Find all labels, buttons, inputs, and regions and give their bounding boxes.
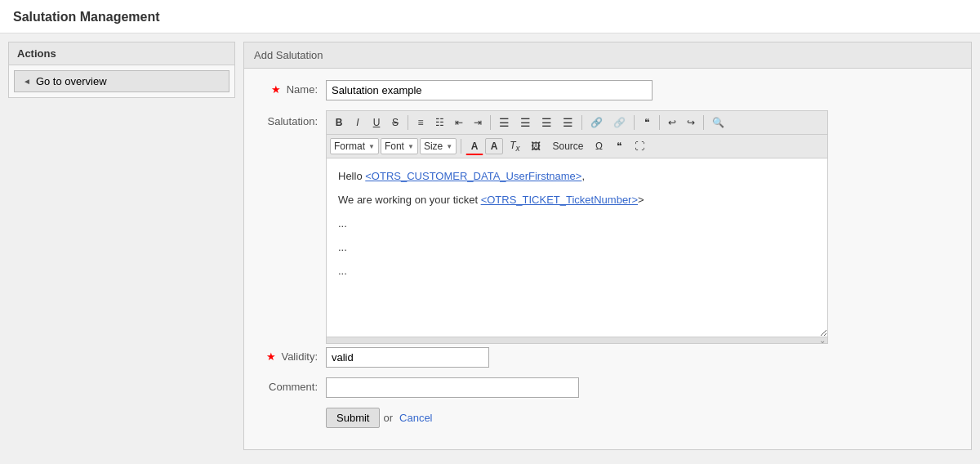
fullscreen-button[interactable]: ⛶ [630, 138, 649, 154]
editor-toolbar-row1: B I U S ≡ ☷ ⇤ ⇥ ☰ ☰ ☰ ☰ [326, 110, 828, 134]
indent-button[interactable]: ⇥ [469, 114, 487, 131]
undo-button[interactable]: ↩ [663, 114, 681, 131]
format-dropdown[interactable]: Format ▼ [330, 138, 379, 154]
bg-color-button[interactable]: A [485, 138, 503, 154]
submit-button[interactable]: Submit [326, 408, 380, 428]
separator-r2-1 [461, 139, 461, 154]
link-button[interactable]: 🔗 [586, 114, 608, 131]
or-text: or [383, 412, 393, 424]
validity-label: ★ Validity: [261, 347, 326, 363]
name-row: ★ Name: [261, 80, 955, 100]
validity-input[interactable] [326, 347, 489, 368]
font-color-button[interactable]: A [466, 138, 483, 155]
find-button[interactable]: 🔍 [707, 114, 729, 131]
required-star: ★ [271, 83, 281, 96]
validity-row: ★ Validity: [261, 347, 955, 368]
blockquote-button[interactable]: ❝ [638, 114, 656, 131]
ordered-list-button[interactable]: ≡ [412, 114, 430, 131]
font-arrow-icon: ▼ [408, 143, 414, 150]
format-label: Format [334, 141, 365, 152]
size-dropdown[interactable]: Size ▼ [420, 138, 457, 154]
unlink-button[interactable]: 🔗 [608, 114, 630, 131]
font-dropdown[interactable]: Font ▼ [381, 138, 418, 154]
separator-2 [490, 115, 491, 130]
tag-customer-firstname: <OTRS_CUSTOMER_DATA_UserFirstname> [365, 170, 581, 182]
strikethrough-button[interactable]: S [386, 114, 404, 131]
validity-required-star: ★ [266, 350, 276, 363]
salutation-row: Salutation: B I U S ≡ ☷ ⇤ ⇥ ☰ [261, 110, 955, 344]
sidebar: Actions ◄ Go to overview [8, 42, 235, 450]
page-title: Salutation Management [0, 0, 980, 33]
editor-body[interactable]: Hello <OTRS_CUSTOMER_DATA_UserFirstname>… [326, 158, 828, 337]
comment-label: Comment: [261, 377, 326, 393]
omega-button[interactable]: Ω [590, 138, 608, 154]
resize-dots-icon: ⌄ [819, 336, 826, 345]
source-button[interactable]: Source [547, 138, 588, 154]
comment-input[interactable] [326, 377, 579, 398]
separator-4 [634, 115, 635, 130]
unordered-list-button[interactable]: ☷ [430, 114, 449, 131]
separator-3 [581, 115, 582, 130]
sidebar-actions-body: ◄ Go to overview [8, 65, 235, 98]
size-arrow-icon: ▼ [446, 143, 452, 150]
quote-button[interactable]: ❝ [610, 138, 628, 154]
font-label: Font [385, 141, 404, 152]
name-input[interactable] [326, 80, 653, 100]
arrow-icon: ◄ [23, 77, 31, 86]
image-button[interactable]: 🖼 [526, 138, 546, 154]
content-panel: Add Salutation ★ Name: Salutation: B I [243, 42, 972, 450]
align-left-button[interactable]: ☰ [494, 114, 514, 132]
editor-toolbar-row2: Format ▼ Font ▼ Size ▼ A A [326, 134, 828, 158]
go-to-overview-label: Go to overview [36, 75, 107, 87]
go-to-overview-button[interactable]: ◄ Go to overview [14, 70, 229, 92]
separator-6 [703, 115, 704, 130]
separator-1 [408, 115, 408, 130]
editor-container: B I U S ≡ ☷ ⇤ ⇥ ☰ ☰ ☰ ☰ [326, 110, 828, 344]
separator-5 [659, 115, 660, 130]
name-label: ★ Name: [261, 80, 326, 96]
submit-spacer [261, 408, 326, 411]
align-center-button[interactable]: ☰ [515, 114, 536, 132]
editor-resize-handle[interactable]: ⌄ [326, 337, 828, 344]
salutation-label: Salutation: [261, 110, 326, 127]
comment-row: Comment: [261, 377, 955, 398]
align-right-button[interactable]: ☰ [537, 114, 557, 132]
redo-button[interactable]: ↪ [682, 114, 700, 131]
sidebar-actions-header: Actions [8, 42, 235, 65]
remove-format-button[interactable]: Tx [505, 137, 524, 155]
format-arrow-icon: ▼ [368, 143, 375, 150]
size-label: Size [424, 141, 443, 152]
submit-row: Submit or Cancel [261, 408, 955, 428]
tag-ticket-number: <OTRS_TICKET_TicketNumber> [481, 194, 638, 206]
outdent-button[interactable]: ⇤ [450, 114, 468, 131]
cancel-button[interactable]: Cancel [396, 408, 435, 427]
bold-button[interactable]: B [330, 114, 348, 131]
content-header: Add Salutation [244, 42, 971, 69]
align-justify-button[interactable]: ☰ [558, 114, 578, 132]
italic-button[interactable]: I [349, 114, 367, 131]
underline-button[interactable]: U [368, 114, 385, 131]
